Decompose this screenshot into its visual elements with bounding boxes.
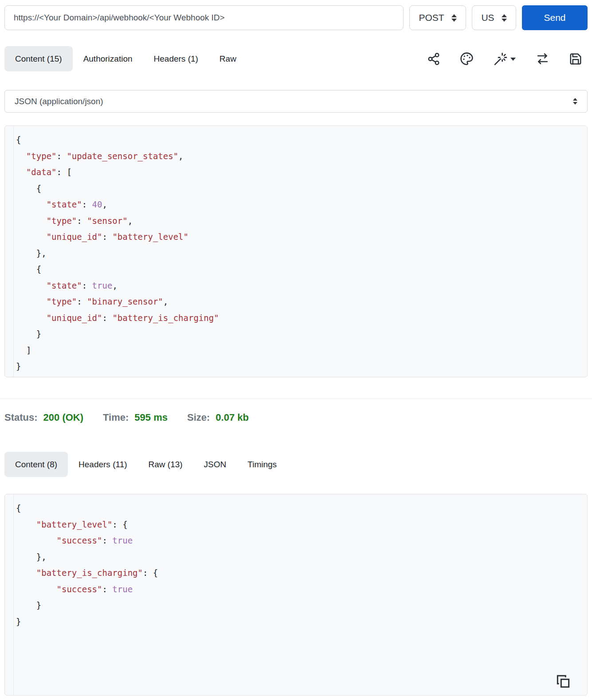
request-tab[interactable]: Authorization bbox=[73, 46, 143, 71]
updown-arrows-icon bbox=[502, 14, 507, 22]
status-value: 200 (OK) bbox=[43, 412, 83, 423]
size-value: 0.07 kb bbox=[216, 412, 249, 423]
response-tab[interactable]: Timings bbox=[237, 452, 287, 477]
response-tab[interactable]: JSON bbox=[193, 452, 237, 477]
tab-label: Raw (13) bbox=[149, 460, 183, 469]
status-label: Status: bbox=[4, 412, 38, 423]
size-label: Size: bbox=[187, 412, 210, 423]
share-icon bbox=[427, 52, 440, 66]
send-button[interactable]: Send bbox=[522, 5, 588, 30]
time-label: Time: bbox=[103, 412, 129, 423]
time-group: Time: 595 ms bbox=[103, 412, 168, 423]
tab-label: Headers (1) bbox=[154, 54, 198, 64]
swap-button[interactable] bbox=[536, 52, 549, 66]
region-select-value: US bbox=[481, 12, 494, 23]
request-body-editor[interactable]: { "type": "update_sensor_states", "data"… bbox=[4, 125, 588, 377]
copy-icon bbox=[556, 683, 570, 690]
theme-button[interactable] bbox=[460, 52, 474, 66]
method-select-value: POST bbox=[419, 12, 444, 23]
request-tabs-row: Content (15) Authorization Headers (1) R… bbox=[4, 46, 588, 71]
tab-label: Authorization bbox=[83, 54, 133, 64]
response-body-viewer: { "battery_level": { "success": true }, … bbox=[4, 494, 588, 696]
response-tabs: Content (8) Headers (11) Raw (13) JSON T… bbox=[4, 452, 287, 477]
url-input[interactable] bbox=[4, 5, 404, 30]
request-tab[interactable]: Raw bbox=[209, 46, 247, 71]
tab-label: Headers (11) bbox=[78, 460, 127, 469]
palette-icon bbox=[460, 52, 474, 66]
status-group: Status: 200 (OK) bbox=[4, 412, 83, 423]
response-status-row: Status: 200 (OK) Time: 595 ms Size: 0.07… bbox=[4, 410, 588, 425]
generate-button[interactable] bbox=[493, 52, 516, 66]
save-icon bbox=[569, 52, 582, 66]
time-value: 595 ms bbox=[134, 412, 168, 423]
copy-response-button[interactable] bbox=[556, 674, 570, 690]
size-group: Size: 0.07 kb bbox=[187, 412, 249, 423]
request-toolbar bbox=[427, 46, 582, 71]
request-url-bar: POST US Send bbox=[4, 5, 588, 30]
share-button[interactable] bbox=[427, 52, 440, 66]
response-tabs-row: Content (8) Headers (11) Raw (13) JSON T… bbox=[4, 452, 588, 477]
request-tab[interactable]: Headers (1) bbox=[143, 46, 209, 71]
magic-wand-icon bbox=[493, 52, 507, 66]
response-tab[interactable]: Headers (11) bbox=[68, 452, 137, 477]
tab-label: Content (8) bbox=[15, 460, 57, 469]
request-tabs: Content (15) Authorization Headers (1) R… bbox=[4, 46, 247, 71]
response-body-code: { "battery_level": { "success": true }, … bbox=[5, 494, 587, 630]
divider bbox=[0, 399, 592, 399]
response-tab[interactable]: Content (8) bbox=[4, 452, 68, 477]
content-type-select-value: JSON (application/json) bbox=[15, 97, 103, 106]
save-request-button[interactable] bbox=[569, 52, 582, 66]
updown-arrows-icon bbox=[573, 98, 577, 105]
method-select[interactable]: POST bbox=[409, 5, 466, 30]
response-tab[interactable]: Raw (13) bbox=[138, 452, 193, 477]
chevron-down-icon bbox=[510, 57, 516, 61]
updown-arrows-icon bbox=[451, 14, 457, 22]
content-type-select[interactable]: JSON (application/json) bbox=[4, 90, 588, 113]
tab-label: Timings bbox=[247, 460, 277, 469]
swap-arrows-icon bbox=[536, 52, 549, 66]
tab-label: Raw bbox=[220, 54, 236, 64]
request-tab[interactable]: Content (15) bbox=[4, 46, 73, 71]
tab-label: Content (15) bbox=[15, 54, 62, 64]
tab-label: JSON bbox=[204, 460, 227, 469]
request-body-code: { "type": "update_sensor_states", "data"… bbox=[5, 126, 587, 375]
region-select[interactable]: US bbox=[472, 5, 516, 30]
